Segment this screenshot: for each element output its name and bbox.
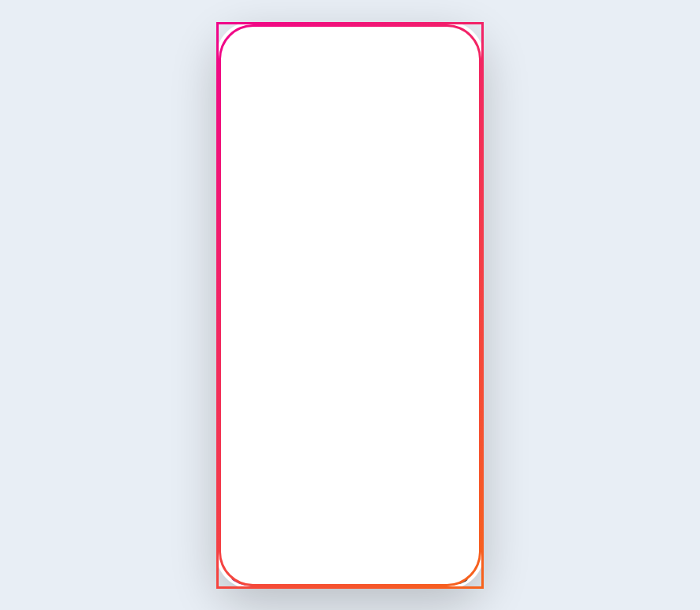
status-icons: 📶 [413, 33, 464, 44]
msg-content-1: kyia_kayaks Did you leave yet? · 2m [280, 303, 440, 327]
header: ‹ okay_kaiden_459 ▾ [219, 49, 481, 78]
status-bar: 5:26 📶 [219, 24, 481, 49]
camera-icon-2[interactable]: 📷 [449, 358, 469, 377]
video-icon[interactable] [425, 52, 442, 72]
message-item-5[interactable]: 🧑 lil_wyatt838 that's awesome! · 3d 📷 [219, 497, 481, 549]
add-note-avatar-container: 🧑 + [234, 118, 279, 164]
msg-content-5: lil_wyatt838 that's awesome! · 3d [280, 511, 440, 535]
header-icons [425, 52, 469, 72]
kyra-avatar: 👩 [292, 146, 334, 189]
unread-dot-0 [455, 248, 462, 255]
camera-icon-3[interactable]: 📷 [449, 410, 469, 429]
msg-username-1: kyia_kayaks [280, 303, 440, 316]
jack-ring: 👤 [402, 143, 451, 192]
msg-content-0: jaded.elephant17 OK · 2m [280, 251, 440, 275]
unread-dot-1 [455, 300, 462, 307]
msg-right-6: 📷 [449, 566, 469, 585]
msg-avatar-0: 🧑 [231, 244, 271, 283]
msg-content-2: ted_graham321 Sounds good! Let's do it ·… [280, 355, 440, 379]
msg-username-3: Study Group [280, 407, 440, 420]
message-item-4[interactable]: 🌸 heaven.is.nevaeh It was great! · 3h 📷 [219, 445, 481, 497]
camera-icon-6[interactable]: 📷 [449, 566, 469, 585]
story-add-note[interactable]: 🧑 + Leave a note [231, 118, 282, 176]
message-item-3[interactable]: 👥 Study Group pia.in.a.pod: hahaha · 2h … [219, 394, 481, 445]
drew-avatar-wrap: 🧑 [348, 146, 391, 189]
back-button[interactable]: ‹ [231, 54, 236, 70]
msg-avatar-1: 👩 [231, 296, 271, 335]
compose-icon[interactable] [453, 52, 469, 72]
message-item-1[interactable]: 👩 kyia_kayaks Did you leave yet? · 2m 📷 [219, 290, 481, 342]
battery-fill [448, 36, 461, 42]
drew-ring: 🧑 [345, 143, 394, 192]
msg-right-0: 📷 [449, 248, 469, 279]
search-placeholder: Search [262, 87, 300, 101]
battery-icon [447, 35, 464, 43]
camera-icon-4[interactable]: 📷 [449, 462, 469, 481]
msg-right-1: 📷 [449, 300, 469, 331]
msg-avatar-2: 🧑 [231, 348, 271, 387]
camera-icon-0[interactable]: 📷 [449, 260, 469, 279]
msg-right-3: 📷 [449, 410, 469, 429]
messages-header: Messages Requests [219, 214, 481, 238]
svg-rect-0 [426, 53, 436, 64]
messages-list: 🧑 jaded.elephant17 OK · 2m 📷 👩 kyia_kaya… [219, 238, 481, 586]
kyra-note-wrapper: Why is tomorrow Monday!? 😄 👩 [289, 118, 337, 192]
status-time: 5:26 [236, 32, 260, 46]
story-kyra[interactable]: Why is tomorrow Monday!? 😄 👩 Kyra Marie [288, 118, 338, 205]
add-badge: + [265, 150, 279, 164]
msg-right-2: 📷 [449, 358, 469, 377]
msg-preview-3: pia.in.a.pod: hahaha · 2h [280, 420, 440, 431]
msg-preview-6: Whaaat?? · 8h [280, 575, 440, 586]
bar1 [413, 39, 415, 43]
camera-icon-5[interactable]: 📷 [449, 514, 469, 533]
msg-username-0: jaded.elephant17 [280, 251, 440, 264]
msg-username-2: ted_graham321 [280, 355, 440, 368]
msg-preview-5: that's awesome! · 3d [280, 523, 440, 535]
bar4 [425, 35, 427, 43]
username-label: okay_kaiden_459 [241, 54, 409, 70]
drew-green-dot [381, 179, 389, 187]
wifi-icon: 📶 [431, 33, 443, 44]
phone-content: 5:26 📶 ‹ okay_kaiden_459 ▾ [219, 24, 481, 586]
phone-frame: 5:26 📶 ‹ okay_kaiden_459 ▾ [216, 22, 484, 589]
msg-right-4: 📷 [449, 462, 469, 481]
search-icon: 🔍 [242, 87, 256, 100]
msg-content-4: heaven.is.nevaeh It was great! · 3h [280, 459, 440, 483]
drew-label: Drew Young [346, 195, 392, 205]
message-item-0[interactable]: 🧑 jaded.elephant17 OK · 2m 📷 [219, 238, 481, 290]
messages-title: Messages [231, 217, 292, 231]
signal-icon [413, 35, 427, 43]
jack-label: Jac... [416, 195, 437, 205]
search-container: 🔍 Search [219, 78, 481, 115]
jack-avatar: 👤 [405, 146, 448, 189]
msg-content-6: paisley.print.48 Whaaat?? · 8h [280, 563, 440, 586]
msg-preview-0: OK · 2m [280, 264, 440, 275]
jack-note-wrapper: Ga... 👤 [402, 118, 451, 192]
msg-preview-2: Sounds good! Let's do it · 45m [280, 368, 440, 379]
msg-username-5: lil_wyatt838 [280, 511, 440, 523]
story-jack[interactable]: Ga... 👤 Jac... [401, 118, 451, 205]
add-note-label: Leave a note [231, 167, 282, 176]
drew-note-wrapper: Finally landing in NYC! ❤️ 🧑 [345, 118, 394, 192]
kyra-label: Kyra Marie [292, 195, 333, 205]
story-drew[interactable]: Finally landing in NYC! ❤️ 🧑 Drew Young [344, 118, 395, 205]
msg-content-3: Study Group pia.in.a.pod: hahaha · 2h [280, 407, 440, 431]
msg-avatar-5: 🧑 [231, 504, 271, 543]
kyra-ring: 👩 [289, 143, 337, 192]
msg-preview-4: It was great! · 3h [280, 471, 440, 483]
search-box[interactable]: 🔍 Search [231, 81, 469, 107]
msg-username-6: paisley.print.48 [280, 563, 440, 575]
camera-icon-1[interactable]: 📷 [449, 312, 469, 331]
msg-username-4: heaven.is.nevaeh [280, 459, 440, 471]
msg-preview-1: Did you leave yet? · 2m [280, 316, 440, 327]
bar2 [417, 38, 419, 43]
msg-avatar-6: 🧢 [231, 556, 271, 586]
message-item-6[interactable]: 🧢 paisley.print.48 Whaaat?? · 8h 📷 [219, 549, 481, 586]
requests-button[interactable]: Requests [422, 218, 469, 231]
message-item-2[interactable]: 🧑 ted_graham321 Sounds good! Let's do it… [219, 342, 481, 394]
msg-avatar-3: 👥 [231, 400, 271, 439]
msg-avatar-4: 🌸 [231, 452, 271, 491]
chevron-down-icon[interactable]: ▾ [415, 56, 420, 67]
bar3 [421, 36, 423, 43]
stories-row: 🧑 + Leave a note Why is tomorrow Monday!… [219, 115, 481, 214]
